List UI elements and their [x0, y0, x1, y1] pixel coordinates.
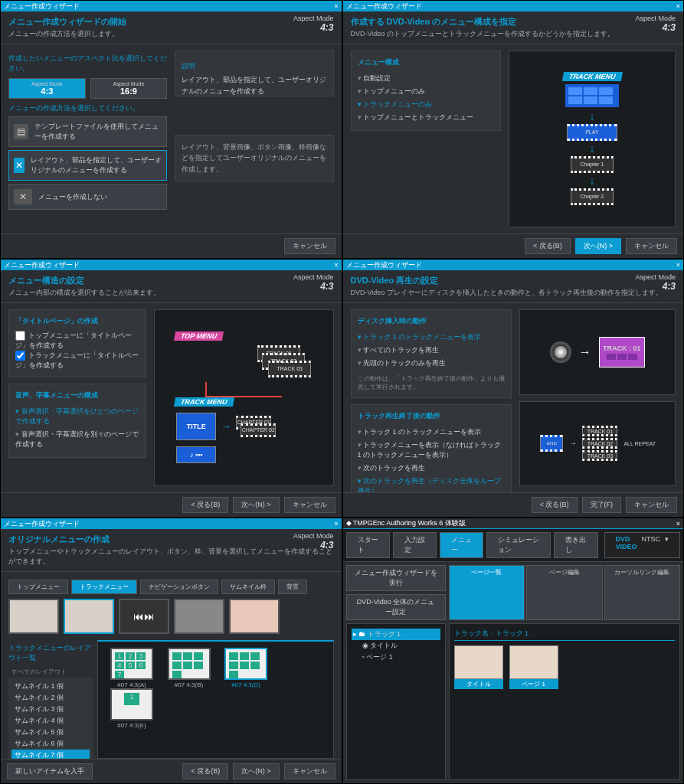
tab-nav-buttons[interactable]: ナビゲーションボタン	[140, 580, 218, 594]
tab-simulation[interactable]: シミュレーション	[486, 532, 551, 558]
titlebar[interactable]: メニュー作成ウィザード ×	[1, 518, 342, 529]
tree-title[interactable]: ◉ タイトル	[352, 640, 440, 652]
titlebar[interactable]: メニュー作成ウィザード ×	[1, 1, 342, 11]
opt-insert-playall[interactable]: すべてのトラックを再生	[358, 344, 505, 357]
opt-after-next[interactable]: 次のトラックを再生	[358, 462, 505, 475]
close-icon[interactable]: ×	[334, 2, 338, 10]
back-button[interactable]: < 戻る(B)	[532, 497, 578, 513]
preview-top[interactable]	[8, 599, 59, 634]
cancel-button[interactable]: キャンセル	[284, 497, 335, 513]
opt-insert-trackmenu[interactable]: トラック 1 のトラックメニューを表示	[358, 331, 505, 344]
run-wizard-button[interactable]: メニュー作成ウィザードを実行	[346, 565, 446, 591]
ratio-4-3[interactable]: Aspect Mode4:3	[8, 78, 86, 99]
titlebar[interactable]: メニュー作成ウィザード ×	[343, 260, 684, 270]
method-custom[interactable]: ✕レイアウト、部品を指定して、ユーザーオリジナルのメニューを作成する	[8, 150, 167, 181]
subtab-page-list[interactable]: ページ一覧	[449, 565, 525, 620]
desc-text: レイアウト、部品を指定して、ユーザーオリジナルのメニューを作成する	[182, 74, 326, 96]
wizard-original-menu: メニュー作成ウィザード × オリジナルメニューの作成 トップメニューやトラックメ…	[0, 518, 342, 784]
preview-frame[interactable]	[174, 599, 224, 634]
panel-title: トラック再生終了後の動作	[358, 411, 505, 421]
layout-option[interactable]: 1234567 #07 4:3(A)	[110, 648, 153, 688]
global-settings-button[interactable]: DVD-Video 全体のメニュー設定	[346, 594, 446, 620]
play-film: PLAY	[567, 124, 617, 141]
opt-single-page[interactable]: 音声選択・字幕選択をひとつのページで作成する	[15, 405, 139, 428]
page-thumb-page1[interactable]: ページ 1	[509, 645, 558, 689]
tab-menu[interactable]: メニュー	[440, 532, 483, 558]
method-none[interactable]: ✕メニューを作成しない	[8, 184, 167, 210]
next-button[interactable]: 次へ(N) >	[233, 497, 279, 513]
list-item[interactable]: サムネイル 6 個	[11, 738, 90, 750]
chk-track-title[interactable]: トラックメニューに「タイトルページ」を作成する	[15, 350, 139, 371]
opt-auto[interactable]: 自動設定	[358, 72, 494, 85]
layout-option[interactable]: 1 #07 4:3(E)	[110, 688, 153, 729]
tab-background[interactable]: 背景	[278, 580, 307, 594]
connector-line	[205, 382, 282, 397]
tree-page1[interactable]: ▫ ページ 1	[352, 652, 440, 663]
cancel-button[interactable]: キャンセル	[284, 238, 335, 254]
cancel-button[interactable]: キャンセル	[626, 497, 677, 513]
layout-option[interactable]: #07 4:3(D)	[224, 648, 267, 688]
cancel-button[interactable]: キャンセル	[626, 238, 677, 254]
opt-separate-pages[interactable]: 音声選択・字幕選択を別々のページで作成する	[15, 428, 139, 451]
next-button[interactable]: 次へ(N) >	[575, 238, 621, 254]
close-icon[interactable]: ×	[676, 2, 680, 10]
titlebar[interactable]: ◆ TMPGEnc Authoring Works 6 体験版 ×	[343, 518, 684, 529]
tab-input[interactable]: 入力設定	[393, 532, 437, 558]
back-button[interactable]: < 戻る(B)	[525, 238, 571, 254]
close-icon[interactable]: ×	[334, 520, 338, 528]
main-toolbar: スタート 入力設定 メニュー シミュレーション 書き出し DVD VIDEO N…	[343, 529, 684, 562]
preview-bg[interactable]	[229, 599, 280, 634]
titlebar[interactable]: メニュー作成ウィザード ×	[1, 260, 342, 270]
list-item[interactable]: サムネイル 4 個	[11, 715, 90, 727]
track-name-label: トラック名：トラック 1	[454, 629, 676, 641]
preview-nav[interactable]: ⏮⏭	[119, 599, 169, 634]
method-template[interactable]: ▤テンプレートファイルを使用してメニューを作成する	[8, 116, 167, 147]
back-button[interactable]: < 戻る(B)	[182, 497, 228, 513]
layout-list[interactable]: サムネイル 1 個 サムネイル 2 個 サムネイル 3 個 サムネイル 4 個 …	[8, 678, 93, 759]
tab-thumbnail-frame[interactable]: サムネイル枠	[221, 580, 275, 594]
tab-start[interactable]: スタート	[346, 532, 390, 558]
opt-both[interactable]: トップメニューとトラックメニュー	[358, 111, 494, 124]
opt-after-loop[interactable]: 次のトラックを再生（ディスク全体をループ再生）	[358, 475, 505, 492]
opt-after-trackmenu[interactable]: トラック 1 のトラックメニューを表示	[358, 426, 505, 439]
tab-top-menu[interactable]: トップメニュー	[8, 580, 68, 594]
window-title: メニュー作成ウィザード	[4, 519, 80, 529]
list-item[interactable]: サムネイル 7 個	[11, 750, 90, 759]
back-button[interactable]: < 戻る(B)	[182, 763, 228, 779]
opt-insert-playfirst[interactable]: 先頭のトラックのみを再生	[358, 357, 505, 370]
list-item[interactable]: サムネイル 2 個	[11, 692, 90, 704]
tab-output[interactable]: 書き出し	[554, 532, 597, 558]
list-item[interactable]: サムネイル 5 個	[11, 727, 90, 738]
done-button[interactable]: 完了(F)	[582, 497, 622, 513]
close-icon[interactable]: ×	[334, 261, 338, 269]
aspect-indicator: Aspect Mode4:3	[293, 15, 334, 33]
header: オリジナルメニューの作成 トップメニューやトラックメニューのレイアウト、ボタン、…	[1, 529, 342, 572]
subtab-page-edit[interactable]: ページ編集	[526, 565, 603, 620]
chk-top-title[interactable]: トップメニューに「タイトルページ」を作成する	[15, 330, 132, 351]
opt-top-only[interactable]: トップメニューのみ	[358, 85, 494, 98]
titlebar[interactable]: メニュー作成ウィザード ×	[343, 1, 684, 11]
list-item[interactable]: サムネイル 1 個	[11, 681, 90, 692]
opt-after-showmenu[interactable]: トラックメニューを表示（なければトラック 1 のトラックメニューを表示）	[358, 439, 505, 462]
format-indicator[interactable]: DVD VIDEO NTSC ▾	[604, 532, 681, 558]
track-tree[interactable]: ▸ 🖿 トラック 1 ◉ タイトル ▫ ページ 1	[346, 623, 446, 780]
track-menu-badge: TRACK MENU	[174, 397, 234, 407]
tree-track[interactable]: ▸ 🖿 トラック 1	[352, 629, 440, 640]
chapter1-film: Chapter 1	[571, 156, 614, 173]
layout-option[interactable]: #07 4:3(B)	[168, 648, 211, 688]
ratio-16-9[interactable]: Aspect Mode16:9	[90, 78, 168, 99]
get-items-button[interactable]: 新しいアイテムを入手	[7, 763, 93, 779]
opt-track-only[interactable]: トラックメニューのみ	[358, 98, 494, 111]
track-preview: TRACK : 01	[599, 337, 645, 368]
close-icon[interactable]: ×	[676, 520, 680, 528]
close-icon[interactable]: ×	[676, 261, 680, 269]
page-thumb-title[interactable]: タイトル	[454, 645, 503, 689]
list-item[interactable]: サムネイル 3 個	[11, 704, 90, 715]
preview-track[interactable]	[64, 599, 114, 634]
cancel-button[interactable]: キャンセル	[284, 763, 335, 779]
subtab-cursor-link[interactable]: カーソルリンク編集	[604, 565, 681, 620]
next-button[interactable]: 次へ(N) >	[233, 763, 279, 779]
list-title: トラックメニューのレイアウト一覧	[8, 643, 93, 663]
tab-track-menu[interactable]: トラックメニュー	[71, 580, 137, 594]
window-title: メニュー作成ウィザード	[4, 2, 80, 11]
